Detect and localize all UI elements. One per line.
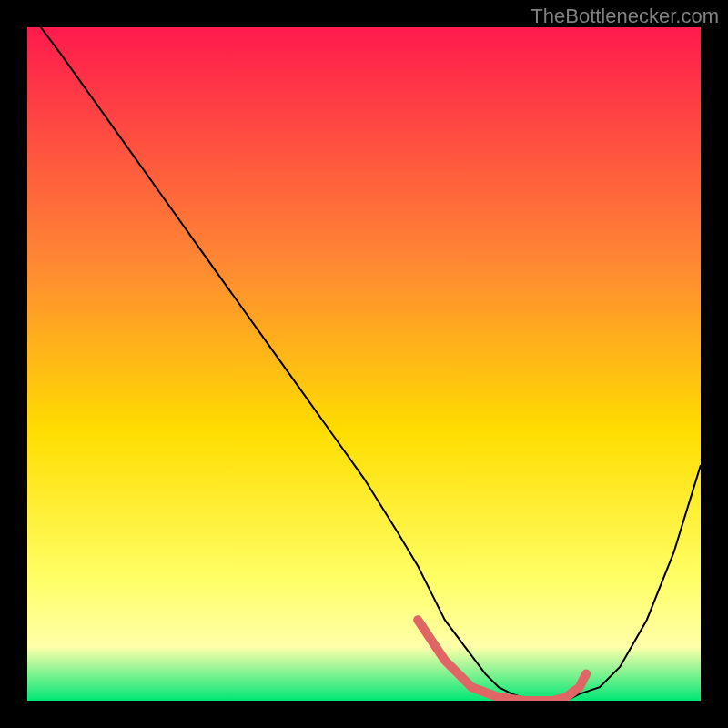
chart-plot-area bbox=[27, 27, 701, 701]
chart-curve-layer bbox=[27, 27, 701, 701]
bottleneck-curve bbox=[41, 27, 701, 701]
watermark-text: TheBottlenecker.com bbox=[531, 5, 719, 28]
